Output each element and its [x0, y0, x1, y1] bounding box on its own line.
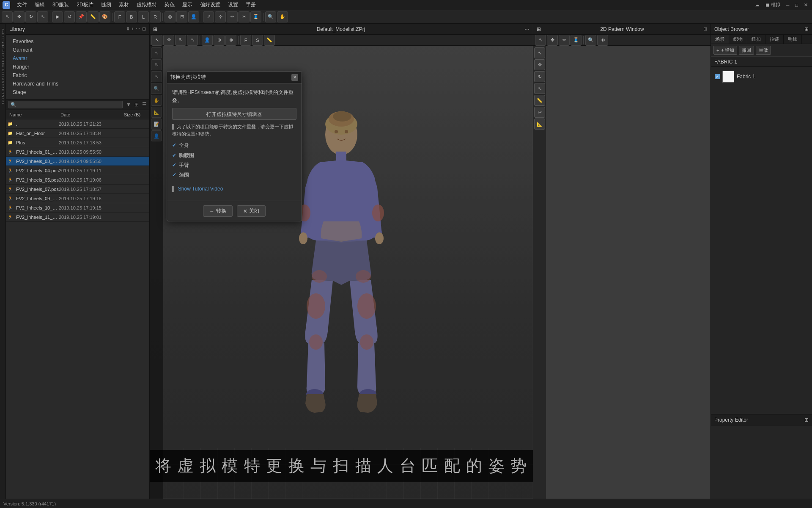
ob-expand-icon[interactable]: ⊞: [804, 26, 809, 32]
file-row-dotdot[interactable]: 📁 .. 2019.10.25 17:21:23: [6, 119, 149, 129]
pat-tool-6[interactable]: ✂: [534, 107, 545, 118]
pe-expand-icon[interactable]: ⊞: [804, 417, 809, 423]
menu-help[interactable]: 手册: [242, 0, 259, 9]
pt-sew[interactable]: 🧵: [571, 35, 582, 46]
cancel-button[interactable]: ✕ 关闭: [237, 205, 266, 217]
pat-tool-2[interactable]: ✥: [534, 59, 545, 70]
window-close[interactable]: ✕: [802, 2, 809, 8]
tool-2d-pen[interactable]: ✏: [227, 11, 238, 22]
file-row-05[interactable]: 🏃 FV2_Inheels_05.pos 2019.10.25 17:19:06: [6, 175, 149, 185]
tool-view-right[interactable]: R: [150, 11, 161, 22]
library-import-icon[interactable]: ⬇: [126, 26, 130, 32]
vp-tool-3[interactable]: ↻: [175, 35, 186, 46]
file-row-plus[interactable]: 📁 Plus 2019.10.25 17:18:53: [6, 138, 149, 147]
tool-rotate[interactable]: ↻: [25, 11, 36, 22]
tab-fabric[interactable]: 织物: [729, 35, 747, 44]
vp-avatar-3[interactable]: ⊗: [225, 35, 236, 46]
file-row-01[interactable]: 🏃 FV2_Inheels_01_A.pos 2019.10.25 09:55:…: [6, 147, 149, 157]
file-row-11[interactable]: 🏃 FV2_Inheels_11_FrontArmRase.pos 2019.1…: [6, 213, 149, 222]
vp-view-2[interactable]: S: [252, 35, 263, 46]
menu-sewing[interactable]: 缝纫: [98, 0, 115, 9]
simulate-toggle[interactable]: ◼ 模拟: [764, 2, 782, 8]
fabric-item-1[interactable]: ✔ Fabric 1: [713, 69, 809, 84]
window-max[interactable]: □: [793, 3, 800, 8]
tool-2d-cut[interactable]: ✂: [239, 11, 250, 22]
file-row-09[interactable]: 🏃 FV2_Inheels_09_Sitting.pos 2019.10.25 …: [6, 194, 149, 203]
file-row-flat[interactable]: 📁 Flat_on_Floor 2019.10.25 17:18:34: [6, 129, 149, 138]
vp-measure[interactable]: 📏: [264, 35, 275, 46]
file-row-03[interactable]: 🏃 FV2_Inheels_03_Attention.pos 2019.10.2…: [6, 157, 149, 166]
vp-tool-1[interactable]: ↖: [151, 35, 162, 46]
menu-3d-garment[interactable]: 3D服装: [49, 0, 72, 9]
menu-2d-pattern[interactable]: 2D板片: [73, 0, 96, 9]
confirm-button[interactable]: → 转换: [203, 205, 233, 217]
ob-undo-button[interactable]: 撤回: [739, 46, 754, 55]
pt-view[interactable]: 👁: [597, 35, 608, 46]
nav-fabric[interactable]: Fabric: [9, 71, 146, 80]
viewport-options-icon[interactable]: ⋯: [524, 26, 529, 32]
tool-wire[interactable]: ⊞: [176, 11, 187, 22]
tutorial-video-link[interactable]: Show Tutorial Video: [177, 185, 223, 193]
file-row-07[interactable]: 🏃 FV2_Inheels_07.pos 2019.10.25 17:18:57: [6, 185, 149, 194]
window-min[interactable]: ─: [785, 3, 791, 8]
nav-avatar[interactable]: Avatar: [9, 54, 146, 63]
nav-favorites[interactable]: Favorites: [9, 37, 146, 46]
tool-scale[interactable]: ⤡: [37, 11, 48, 22]
pat-tool-5[interactable]: 📏: [534, 95, 545, 106]
nav-hanger[interactable]: Hanger: [9, 63, 146, 71]
library-add-icon[interactable]: +: [132, 26, 134, 32]
ob-add-button[interactable]: + ＋增加: [713, 46, 737, 55]
pattern-expand-icon[interactable]: ⊞: [537, 26, 541, 32]
nav-garment[interactable]: Garment: [9, 46, 146, 54]
menu-avatar[interactable]: 虚拟模特: [133, 0, 160, 9]
vp-tool-4[interactable]: ⤡: [187, 35, 198, 46]
tool-2d-select[interactable]: ↗: [203, 11, 214, 22]
tool-pin[interactable]: 📌: [76, 11, 87, 22]
pt-pen[interactable]: ✏: [559, 35, 570, 46]
grid-view-icon[interactable]: ⊞: [134, 102, 139, 108]
tab-zipper[interactable]: 拉链: [765, 35, 784, 44]
pattern-options-icon[interactable]: ⊞: [703, 26, 707, 32]
menu-material[interactable]: 素材: [115, 0, 132, 9]
tool-select[interactable]: ↖: [2, 11, 13, 22]
nav-stage[interactable]: Stage: [9, 88, 146, 97]
tab-scene[interactable]: 场景: [711, 35, 729, 44]
menu-display[interactable]: 显示: [179, 0, 196, 9]
tool-view-back[interactable]: B: [126, 11, 137, 22]
pt-move[interactable]: ✥: [547, 35, 558, 46]
vp-view-1[interactable]: F: [240, 35, 251, 46]
tool-simulate[interactable]: ▶: [52, 11, 63, 22]
tool-avatar-toggle[interactable]: 👤: [188, 11, 199, 22]
vp-avatar-2[interactable]: ⊕: [214, 35, 225, 46]
tool-reset[interactable]: ↺: [64, 11, 75, 22]
ob-redo-button[interactable]: 重做: [756, 46, 771, 55]
file-row-04[interactable]: 🏃 FV2_Inheels_04.pos 2019.10.25 17:19:11: [6, 166, 149, 175]
open-editor-button[interactable]: 打开虚拟模特尺寸编辑器: [172, 108, 296, 120]
vp-avatar-1[interactable]: 👤: [202, 35, 213, 46]
pat-tool-1[interactable]: ↖: [534, 47, 545, 58]
list-view-icon[interactable]: ☰: [142, 102, 147, 108]
pt-select[interactable]: ↖: [535, 35, 546, 46]
tool-view-front[interactable]: F: [114, 11, 125, 22]
sort-icon[interactable]: ▼: [126, 102, 131, 108]
pt-zoom[interactable]: 🔍: [585, 35, 596, 46]
tool-view-left[interactable]: L: [138, 11, 149, 22]
tool-move[interactable]: ✥: [14, 11, 25, 22]
search-input[interactable]: [8, 101, 123, 108]
fabric-check[interactable]: ✔: [715, 74, 720, 79]
tool-2d-zoom[interactable]: 🔍: [265, 11, 276, 22]
tool-2d-pan[interactable]: ✋: [277, 11, 288, 22]
menu-dye[interactable]: 染色: [161, 0, 178, 9]
tool-measure[interactable]: 📏: [88, 11, 99, 22]
tool-2d-sew[interactable]: 🧵: [250, 11, 261, 22]
library-expand-icon[interactable]: ⊞: [142, 26, 146, 32]
library-options-icon[interactable]: ⋯: [136, 26, 140, 32]
tool-xray[interactable]: ◎: [165, 11, 176, 22]
menu-edit[interactable]: 编辑: [31, 0, 48, 9]
nav-hardware[interactable]: Hardware and Trims: [9, 80, 146, 88]
file-row-10[interactable]: 🏃 FV2_Inheels_10_ArmsUp.pos 2019.10.25 1…: [6, 203, 149, 213]
tab-topstitch[interactable]: 明线: [784, 35, 802, 44]
pattern-viewport[interactable]: ↖ ✥ ↻ ⤡ 📏 ✂ 📐: [533, 46, 710, 499]
viewport-expand-icon[interactable]: ⊞: [153, 26, 157, 32]
tab-button[interactable]: 纽扣: [747, 35, 765, 44]
